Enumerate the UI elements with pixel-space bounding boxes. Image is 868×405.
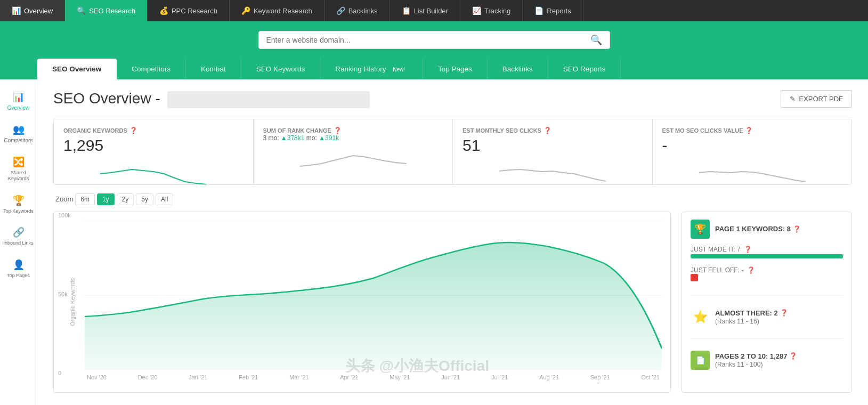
nav-tracking[interactable]: 📈 Tracking [460,0,523,21]
almost-there-sub: (Ranks 11 - 16) [715,318,788,325]
nav-reports[interactable]: 📄 Reports [523,0,583,21]
clicks-value-mini-chart [662,158,842,184]
sidebar-item-overview[interactable]: 📊 Overview [0,85,37,117]
y-label-100k: 100k [58,212,71,218]
nav-backlinks[interactable]: 🔗 Backlinks [325,0,390,21]
monthly-clicks-help-icon[interactable]: ❓ [543,127,551,134]
stats-row: ORGANIC KEYWORDS ❓ 1,295 SUM OF RANK CHA… [53,119,852,185]
top-navigation: 📊 Overview 🔍 SEO Research 💰 PPC Research… [0,0,868,21]
sidebar-item-top-keywords[interactable]: 🏆 Top Keywords [0,188,37,221]
monthly-clicks-mini-chart [463,158,643,184]
stat-monthly-clicks: EST MONTHLY SEO CLICKS ❓ 51 [453,119,653,184]
main-chart: 100k 50k 0 Organic Keywords [53,212,671,393]
almost-there-title: ALMOST THERE: 2 ❓ [715,309,788,317]
top-keywords-icon: 🏆 [13,195,25,206]
divider-1 [691,295,843,296]
competitors-icon: 👥 [13,124,25,135]
overview-icon: 📊 [13,91,25,103]
bar-chart-icon: 📊 [12,6,21,15]
divider-2 [691,338,843,339]
nav-keyword-research[interactable]: 🔑 Keyword Research [230,0,325,21]
zoom-1y[interactable]: 1y [97,193,115,205]
nav-overview[interactable]: 📊 Overview [0,0,65,21]
sub-tabs: SEO Overview Competitors Kombat SEO Keyw… [0,59,868,79]
tab-seo-overview[interactable]: SEO Overview [37,59,117,79]
shared-keywords-icon: 🔀 [13,156,25,168]
tracking-icon: 📈 [472,6,481,15]
search-input[interactable] [259,31,583,48]
page1-badge: 🏆 [691,220,710,239]
tab-kombat[interactable]: Kombat [186,59,241,79]
rank-change-sub: 3 mo: ▲378k1 mo: ▲391k [263,134,443,142]
page1-title: PAGE 1 KEYWORDS: 8 ❓ [715,225,801,233]
pages-2-10-help-icon[interactable]: ❓ [789,352,797,360]
search-area: 🔍 [0,21,868,59]
reports-icon: 📄 [534,6,543,15]
page1-keywords-section: 🏆 PAGE 1 KEYWORDS: 8 ❓ JUST MADE IT: 7 ❓ [691,220,843,284]
page1-help-icon[interactable]: ❓ [793,225,801,233]
nav-seo-research[interactable]: 🔍 SEO Research [65,0,148,21]
rank-change-help-icon[interactable]: ❓ [334,127,342,134]
export-icon: ✎ [790,95,796,103]
just-fell-off-help-icon[interactable]: ❓ [747,266,755,274]
stat-organic-keywords: ORGANIC KEYWORDS ❓ 1,295 [54,119,254,184]
zoom-all[interactable]: All [156,193,173,205]
pages-2-10-sub: (Ranks 11 - 100) [715,361,797,368]
just-made-it-label: JUST MADE IT: 7 ❓ [691,246,843,253]
sidebar-item-competitors[interactable]: 👥 Competitors [0,117,37,150]
nav-list-builder[interactable]: 📋 List Builder [390,0,460,21]
pages-2-10-section: 📄 PAGES 2 TO 10: 1,287 ❓ (Ranks 11 - 100… [691,351,843,370]
tab-competitors[interactable]: Competitors [117,59,186,79]
content-area: SEO Overview - ✎ EXPORT PDF ORGANIC KEYW… [37,79,868,405]
almost-there-help-icon[interactable]: ❓ [780,309,788,317]
y-axis-label: Organic Keywords [69,278,76,326]
sidebar-item-inbound-links[interactable]: 🔗 Inbound Links [0,220,37,253]
backlinks-icon: 🔗 [336,6,345,15]
seo-icon: 🔍 [77,6,86,15]
clicks-value-help-icon[interactable]: ❓ [745,127,753,134]
page-title: SEO Overview - [53,90,370,108]
page-title-row: SEO Overview - ✎ EXPORT PDF [53,90,852,108]
just-made-it-progress [691,254,843,258]
list-icon: 📋 [402,6,411,15]
just-made-it-help-icon[interactable]: ❓ [744,246,752,253]
inbound-links-icon: 🔗 [13,226,25,238]
monthly-clicks-value: 51 [463,136,643,155]
pages-2-10-badge: 📄 [691,351,710,370]
y-label-0: 0 [58,370,71,376]
tab-seo-keywords[interactable]: SEO Keywords [241,59,321,79]
pages-2-10-title: PAGES 2 TO 10: 1,287 ❓ [715,352,797,360]
organic-keywords-help-icon[interactable]: ❓ [129,127,137,134]
top-pages-icon: 👤 [13,259,25,271]
sidebar: 📊 Overview 👥 Competitors 🔀 Shared Keywor… [0,79,37,405]
zoom-5y[interactable]: 5y [136,193,153,205]
tab-ranking-history[interactable]: Ranking History New! [320,59,423,79]
rank-change-mini-chart [263,145,443,172]
sidebar-item-shared-keywords[interactable]: 🔀 Shared Keywords [0,150,37,188]
main-layout: 📊 Overview 👥 Competitors 🔀 Shared Keywor… [0,79,868,405]
ppc-icon: 💰 [159,6,168,15]
organic-keywords-value: 1,295 [63,136,244,155]
new-badge: New! [390,66,408,73]
almost-there-section: ⭐ ALMOST THERE: 2 ❓ (Ranks 11 - 16) [691,307,843,327]
zoom-controls: Zoom 6m 1y 2y 5y All [53,193,852,205]
organic-keywords-mini-chart [63,158,244,184]
nav-ppc-research[interactable]: 💰 PPC Research [148,0,230,21]
export-pdf-button[interactable]: ✎ EXPORT PDF [781,90,852,108]
search-button[interactable]: 🔍 [583,31,610,48]
tab-seo-reports[interactable]: SEO Reports [548,59,621,79]
domain-blurred [167,91,370,108]
zoom-2y[interactable]: 2y [117,193,134,205]
stat-clicks-value: EST MO SEO CLICKS VALUE ❓ - [653,119,852,184]
main-chart-svg [85,221,662,370]
sidebar-item-top-pages[interactable]: 👤 Top Pages [0,253,37,285]
chart-container: 100k 50k 0 Organic Keywords [53,212,852,393]
tab-top-pages[interactable]: Top Pages [423,59,488,79]
zoom-6m[interactable]: 6m [75,193,95,205]
tab-backlinks[interactable]: Backlinks [488,59,548,79]
just-fell-off-label: JUST FELL OFF: - ❓ [691,266,843,274]
clicks-value-value: - [662,136,842,155]
just-fell-off-indicator [691,274,698,281]
stat-rank-change: SUM OF RANK CHANGE ❓ 3 mo: ▲378k1 mo: ▲3… [254,119,453,184]
search-box: 🔍 [258,31,610,49]
